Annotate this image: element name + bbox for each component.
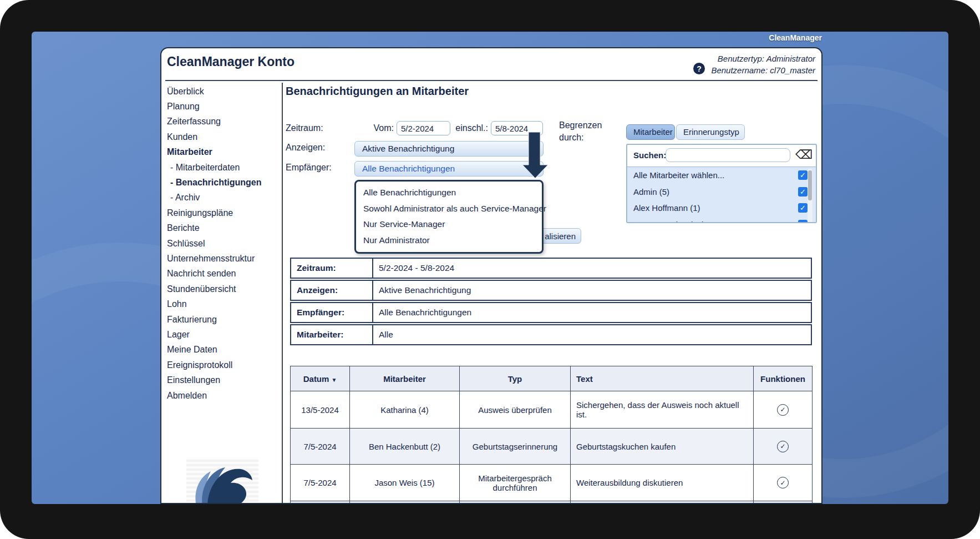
- cell-typ: Ausweis überprüfen: [460, 391, 571, 429]
- app-window: CleanManager Konto ? Benutzertyp: Admini…: [160, 47, 822, 504]
- cell-text: Ihr Lohntarif soll um zwei Euros erhöht: [571, 501, 754, 505]
- list-item-alle-mitarbeiter[interactable]: Alle Mitarbeiter wählen... ✓: [627, 167, 816, 184]
- summary-row-mitarbeiter: Mitarbeiter: Alle: [290, 324, 812, 345]
- sidebar-item-schluessel[interactable]: Schlüssel: [167, 236, 278, 251]
- sidebar-item-kunden[interactable]: Kunden: [167, 129, 278, 144]
- anzeigen-select[interactable]: Aktive Benachrichtigung: [354, 141, 544, 157]
- annotation-arrow-down-icon: [522, 132, 549, 179]
- column-header-text[interactable]: Text: [571, 366, 754, 391]
- checkbox-checked-icon[interactable]: ✓: [798, 187, 808, 197]
- cell-funktionen: ✓: [754, 501, 813, 505]
- user-name-label: Benutzername: cl70_master: [711, 66, 815, 75]
- list-scrollbar-thumb[interactable]: [808, 170, 812, 200]
- complete-check-icon[interactable]: ✓: [777, 441, 789, 452]
- sidebar-item-ereignisprotokoll[interactable]: Ereignisprotokoll: [167, 357, 278, 372]
- sidebar-item-ueberblick[interactable]: Überblick: [167, 84, 278, 99]
- sidebar-item-archiv[interactable]: - Archiv: [167, 190, 278, 205]
- cell-typ: Lohn- und: [460, 501, 571, 505]
- sidebar-item-mitarbeiterdaten[interactable]: - Mitarbeiterdaten: [167, 160, 278, 175]
- empfaenger-dropdown-menu: Alle Benachrichtigungen Sowohl Administr…: [354, 180, 544, 254]
- menu-option-nur-administrator[interactable]: Nur Administrator: [356, 233, 542, 249]
- sidebar-item-berichte[interactable]: Berichte: [167, 221, 278, 236]
- cell-text: Weiterausbildung diskutieren: [571, 465, 754, 501]
- summary-row-anzeigen: Anzeigen: Aktive Benachrichtigung: [290, 280, 812, 301]
- list-scrollbar[interactable]: [808, 169, 813, 223]
- cell-datum: 7/5-2024: [291, 429, 350, 465]
- begrenzen-durch-label: Begrenzen durch:: [559, 119, 602, 144]
- table-header-row: Datum▼ Mitarbeiter Typ Text Funktionen: [291, 366, 813, 391]
- clear-search-icon[interactable]: ⌫: [795, 147, 813, 163]
- notifications-table: Datum▼ Mitarbeiter Typ Text Funktionen 1…: [290, 366, 813, 504]
- cell-datum: 7/5-2024: [291, 465, 350, 501]
- sort-desc-icon: ▼: [331, 377, 337, 383]
- complete-check-icon[interactable]: ✓: [777, 404, 789, 416]
- search-row: Suchen: ⌫: [627, 145, 816, 167]
- cell-mitarbeiter: Jason Weis (15): [350, 465, 460, 501]
- sidebar-item-abmelden[interactable]: Abmelden: [167, 388, 278, 403]
- vom-label: Vom:: [369, 123, 394, 133]
- sidebar-item-mitarbeiter[interactable]: Mitarbeiter: [167, 145, 278, 160]
- tab-erinnerungstyp[interactable]: Erinnerungstyp: [676, 124, 745, 140]
- empfaenger-select-value: Alle Benachrichtigungen: [362, 164, 455, 173]
- sidebar-item-reinigungsplaene[interactable]: Reinigungspläne: [167, 205, 278, 220]
- list-item-admin[interactable]: Admin (5) ✓: [627, 184, 816, 200]
- cell-text: Geburtstagskuchen kaufen: [571, 429, 754, 465]
- cell-mitarbeiter: Rosalie Schwannecke: [350, 501, 460, 505]
- cell-typ: Geburtstagserinnerung: [460, 429, 571, 465]
- menu-option-sowohl-admin-service-manager[interactable]: Sowohl Administrator als auch Service-Ma…: [356, 201, 542, 217]
- sidebar-item-zeiterfassung[interactable]: Zeiterfassung: [167, 114, 278, 129]
- sidebar-item-unternehmensstruktur[interactable]: Unternehmensstruktur: [167, 251, 278, 266]
- sidebar-item-stundenuebersicht[interactable]: Stundenübersicht: [167, 281, 278, 296]
- page-title: CleanManager Konto: [167, 54, 294, 69]
- cell-datum: 13/5-2024: [291, 391, 350, 429]
- cell-funktionen: ✓: [754, 391, 813, 429]
- menu-option-alle-benachrichtigungen[interactable]: Alle Benachrichtigungen: [356, 185, 542, 201]
- column-header-typ[interactable]: Typ: [460, 366, 571, 391]
- sidebar-item-einstellungen[interactable]: Einstellungen: [167, 372, 278, 387]
- column-header-datum[interactable]: Datum▼: [291, 366, 350, 391]
- einschl-label: einschl.:: [454, 123, 488, 133]
- zeitraum-label: Zeitraum:: [286, 123, 323, 133]
- search-input[interactable]: [666, 148, 790, 162]
- cell-funktionen: ✓: [754, 429, 813, 465]
- checkbox-checked-icon[interactable]: ✓: [798, 220, 808, 224]
- desktop-background: CleanManager CleanManager Konto ? Benutz…: [32, 32, 948, 504]
- tab-mitarbeiter[interactable]: Mitarbeiter: [626, 124, 675, 140]
- empfaenger-select[interactable]: Alle Benachrichtigungen ▼: [354, 161, 544, 177]
- sidebar-divider: [282, 83, 283, 504]
- cell-mitarbeiter: Katharina (4): [350, 391, 460, 429]
- summary-row-zeitraum: Zeitraum: 5/2-2024 - 5/8-2024: [290, 258, 812, 279]
- suchen-label: Suchen:: [633, 150, 666, 160]
- list-item-alex-hoffmann[interactable]: Alex Hoffmann (1) ✓: [627, 200, 816, 216]
- menu-option-nur-service-manager[interactable]: Nur Service-Manager: [356, 216, 542, 233]
- page-brand-label: CleanManager: [769, 33, 822, 42]
- sidebar-item-fakturierung[interactable]: Fakturierung: [167, 312, 278, 327]
- vom-date-input[interactable]: [397, 121, 450, 135]
- checkbox-checked-icon[interactable]: ✓: [798, 203, 808, 213]
- empfaenger-label: Empfänger:: [286, 163, 332, 173]
- header-divider: [165, 80, 817, 81]
- sidebar-item-lager[interactable]: Lager: [167, 327, 278, 342]
- cell-mitarbeiter: Ben Hackenbutt (2): [350, 429, 460, 465]
- list-item-annette-molter[interactable]: Annette Molter (65) ✓: [627, 216, 816, 224]
- cell-typ: Mitarbeitergespräch durchführen: [460, 465, 571, 501]
- column-header-funktionen: Funktionen: [754, 366, 813, 391]
- page-heading: Benachrichtigungen an Mitarbeiter: [286, 85, 469, 98]
- column-header-mitarbeiter[interactable]: Mitarbeiter: [350, 366, 460, 391]
- help-icon[interactable]: ?: [693, 63, 705, 74]
- complete-check-icon[interactable]: ✓: [777, 477, 789, 488]
- table-row: Rosalie Schwannecke Lohn- und Ihr Lohnta…: [291, 501, 813, 505]
- cleanmanager-wave-logo: [189, 460, 258, 504]
- anzeigen-label: Anzeigen:: [286, 143, 325, 153]
- sidebar-item-meine-daten[interactable]: Meine Daten: [167, 342, 278, 357]
- sidebar-item-nachricht-senden[interactable]: Nachricht senden: [167, 266, 278, 281]
- sidebar-item-lohn[interactable]: Lohn: [167, 296, 278, 311]
- sidebar-item-benachrichtigungen[interactable]: - Benachrichtigungen: [167, 175, 278, 190]
- table-row: 7/5-2024 Jason Weis (15) Mitarbeitergesp…: [291, 465, 813, 501]
- limit-tabs: Mitarbeiter Erinnerungstyp: [626, 124, 745, 140]
- checkbox-checked-icon[interactable]: ✓: [798, 170, 808, 180]
- sidebar-nav: Überblick Planung Zeiterfassung Kunden M…: [167, 84, 278, 403]
- cell-text: Sichergehen, dass der Ausweis noch aktue…: [571, 391, 754, 429]
- sidebar-item-planung[interactable]: Planung: [167, 99, 278, 114]
- anzeigen-select-value: Aktive Benachrichtigung: [362, 144, 454, 153]
